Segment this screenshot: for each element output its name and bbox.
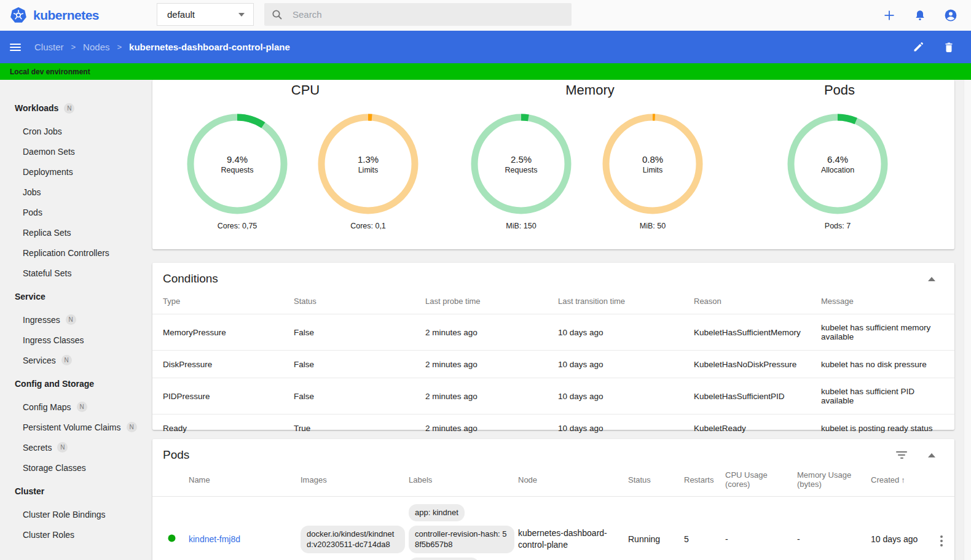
brand-wordmark: kubernetes (33, 8, 99, 23)
sidebar-group-label: Workloads (15, 103, 58, 113)
brand[interactable]: kubernetes (0, 7, 147, 24)
menu-button[interactable] (10, 44, 21, 51)
sidebar-item-services[interactable]: Services N (0, 350, 152, 370)
sidebar-group-label: Cluster (15, 486, 44, 496)
sidebar-item-ingress-classes[interactable]: Ingress Classes (0, 330, 152, 350)
pod-status: Running (628, 497, 684, 560)
pod-status-ok-icon (168, 534, 176, 542)
donut-percent: 6.4% (827, 154, 848, 165)
pod-memory-usage: - (797, 497, 871, 560)
allocation-card: CPU Memory Pods 9.4% Requests Cores: 0,7… (152, 80, 954, 249)
environment-banner: Local dev environment (0, 63, 971, 80)
donut-memory-limits: 0.8% Limits MiB: 50 (602, 113, 704, 230)
donut-footer: MiB: 150 (470, 222, 572, 230)
breadcrumb-cluster[interactable]: Cluster (34, 42, 64, 52)
section-title-pods: Pods (772, 82, 907, 98)
breadcrumb-separator: > (117, 42, 122, 52)
donut-memory-requests: 2.5% Requests MiB: 150 (470, 113, 572, 230)
pencil-icon (913, 41, 924, 53)
sidebar-item-config-maps[interactable]: Config Maps N (0, 397, 152, 417)
trash-icon (943, 41, 954, 53)
sidebar-item-pods[interactable]: Pods (0, 202, 152, 222)
conditions-table: Type Status Last probe time Last transit… (152, 286, 954, 442)
col-header-menu (937, 462, 954, 497)
donut-footer: MiB: 50 (602, 222, 704, 230)
scrollbar[interactable] (964, 80, 971, 560)
table-row: kindnet-fmj8d docker.io/kindest/kindnetd… (152, 497, 954, 560)
donut-footer: Cores: 0,75 (186, 222, 288, 230)
section-title-memory: Memory (522, 82, 658, 98)
donut-label: Requests (505, 166, 538, 174)
sidebar-group-config-and-storage[interactable]: Config and Storage (0, 373, 152, 394)
donut-percent: 2.5% (511, 154, 532, 165)
pod-created: 10 days ago (871, 497, 937, 560)
delete-button[interactable] (943, 41, 955, 53)
breadcrumb: Cluster > Nodes > kubernetes-dashboard-c… (34, 42, 290, 52)
kubernetes-logo-icon (10, 7, 27, 24)
app-header: kubernetes default (0, 0, 971, 31)
sidebar-item-replica-sets[interactable]: Replica Sets (0, 222, 152, 243)
sidebar-item-secrets[interactable]: Secrets N (0, 437, 152, 457)
edit-button[interactable] (912, 41, 924, 53)
namespaced-badge: N (61, 355, 72, 365)
donut-label: Requests (221, 166, 254, 174)
sidebar-item-cluster-role-bindings[interactable]: Cluster Role Bindings (0, 504, 152, 524)
table-row: DiskPressure False 2 minutes ago 10 days… (152, 351, 954, 378)
sidebar-item-storage-classes[interactable]: Storage Classes (0, 457, 152, 478)
namespaced-badge: N (64, 103, 74, 114)
row-menu-button[interactable] (937, 534, 946, 548)
bell-icon (914, 9, 926, 21)
action-bar: Cluster > Nodes > kubernetes-dashboard-c… (0, 31, 971, 63)
col-header-node: Node (518, 462, 628, 497)
sidebar-item-cron-jobs[interactable]: Cron Jobs (0, 121, 152, 141)
chevron-down-icon (238, 13, 245, 17)
sidebar-item-cluster-roles[interactable]: Cluster Roles (0, 524, 152, 545)
table-row: MemoryPressure False 2 minutes ago 10 da… (152, 314, 954, 351)
pod-node: kubernetes-dashboard-control-plane (518, 497, 628, 560)
sidebar-item-persistent-volume-claims[interactable]: Persistent Volume Claims N (0, 417, 152, 437)
sort-ascending-icon: ↑ (901, 475, 905, 484)
notifications-button[interactable] (913, 9, 927, 22)
donut-label: Limits (358, 166, 379, 174)
sidebar-item-deployments[interactable]: Deployments (0, 161, 152, 182)
sidebar-group-label: Config and Storage (15, 379, 94, 389)
account-button[interactable] (944, 9, 957, 22)
search-icon (272, 9, 283, 20)
collapse-pods-button[interactable] (928, 453, 935, 457)
page-title: kubernetes-dashboard-control-plane (129, 42, 290, 52)
sidebar-item-ingresses[interactable]: Ingresses N (0, 309, 152, 330)
donut-label: Limits (643, 166, 663, 174)
sidebar-group-cluster[interactable]: Cluster (0, 481, 152, 502)
donut-pods-allocation: 6.4% Allocation Pods: 7 (787, 113, 889, 230)
add-resource-button[interactable] (883, 9, 896, 22)
pod-restarts: 5 (684, 497, 725, 560)
search-bar[interactable] (264, 3, 572, 26)
col-header-status: Status (628, 462, 684, 497)
sidebar-group-workloads[interactable]: Workloads N (0, 98, 152, 119)
filter-icon[interactable] (896, 451, 907, 459)
sidebar-group-label: Service (15, 292, 45, 301)
breadcrumb-separator: > (71, 42, 76, 52)
col-header-reason: Reason (694, 286, 821, 314)
sidebar-item-daemon-sets[interactable]: Daemon Sets (0, 141, 152, 161)
donut-label: Allocation (821, 166, 854, 174)
sidebar-item-replication-controllers[interactable]: Replication Controllers (0, 243, 152, 263)
search-input[interactable] (293, 9, 526, 20)
sidebar-group-service[interactable]: Service (0, 286, 152, 307)
namespace-selector[interactable]: default (157, 3, 254, 26)
col-header-status-dot (152, 462, 189, 497)
namespaced-badge: N (66, 314, 76, 325)
col-header-restarts: Restarts (684, 462, 725, 497)
pods-card: Pods Name Images Labels (152, 439, 954, 560)
label-chip: k8s-app: kindnet (409, 558, 479, 560)
col-header-type: Type (152, 286, 294, 314)
collapse-conditions-button[interactable] (928, 277, 935, 281)
sidebar-item-jobs[interactable]: Jobs (0, 182, 152, 202)
pod-name-link[interactable]: kindnet-fmj8d (189, 534, 240, 544)
sidebar-item-stateful-sets[interactable]: Stateful Sets (0, 263, 152, 283)
col-header-created[interactable]: Created↑ (871, 462, 937, 497)
breadcrumb-nodes[interactable]: Nodes (83, 42, 109, 52)
donut-percent: 9.4% (227, 154, 248, 165)
donut-footer: Pods: 7 (787, 222, 889, 230)
col-header-images: Images (301, 462, 409, 497)
